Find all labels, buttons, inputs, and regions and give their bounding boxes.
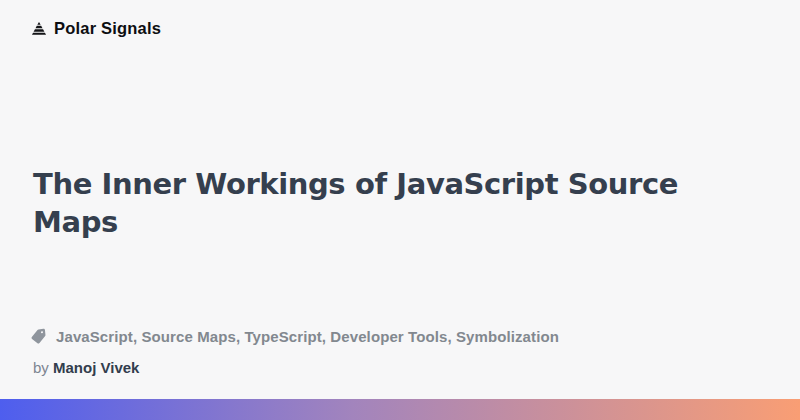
byline-prefix: by bbox=[33, 359, 49, 376]
brand-name: Polar Signals bbox=[54, 19, 161, 38]
tags-row: JavaScript, Source Maps, TypeScript, Dev… bbox=[30, 328, 559, 345]
author-name: Manoj Vivek bbox=[53, 359, 139, 376]
polar-signals-logo-icon bbox=[30, 20, 48, 38]
tags-text: JavaScript, Source Maps, TypeScript, Dev… bbox=[56, 328, 559, 345]
byline: by Manoj Vivek bbox=[33, 358, 139, 377]
post-title: The Inner Workings of JavaScript Source … bbox=[33, 165, 723, 241]
blog-post-card: Polar Signals The Inner Workings of Java… bbox=[0, 0, 800, 420]
brand-logo-link[interactable]: Polar Signals bbox=[30, 19, 161, 38]
footer-gradient-bar bbox=[0, 399, 800, 420]
tag-icon bbox=[30, 328, 47, 345]
